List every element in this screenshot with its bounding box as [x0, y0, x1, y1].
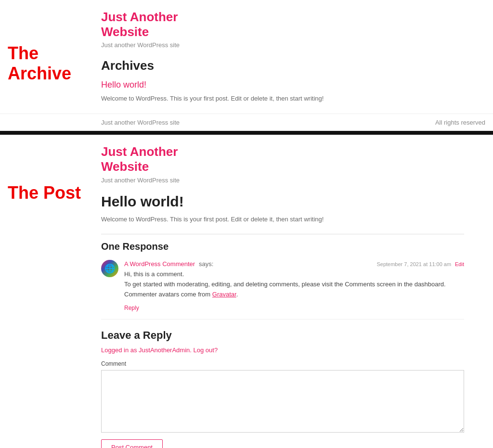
comment-line3: Commenter avatars come from Gravatar.: [124, 290, 464, 300]
page-wrapper: The Archive Just Another Website Just an…: [0, 0, 493, 448]
post-label: The Post: [0, 183, 96, 203]
post-title: Hello world!: [101, 193, 464, 210]
leave-reply-section: Leave a Reply Logged in as JustAnotherAd…: [101, 329, 464, 448]
archive-label: The Archive: [0, 43, 96, 84]
archive-section: The Archive Just Another Website Just an…: [0, 0, 493, 131]
comment-line2: To get started with moderating, editing,…: [124, 280, 464, 290]
reply-heading: Leave a Reply: [101, 329, 464, 342]
post-section: The Post Just Another Website Just anoth…: [0, 135, 493, 448]
archive-post-link[interactable]: Hello world!: [101, 80, 464, 90]
comment-date-edit: September 7, 2021 at 11:00 am Edit: [376, 260, 464, 268]
section-divider: [0, 131, 493, 135]
archive-post-excerpt: Welcome to WordPress. This is your first…: [101, 94, 464, 104]
comment-says: says:: [199, 260, 213, 268]
response-heading: One Response: [101, 234, 464, 252]
comment-meta: A WordPress Commenter says: September 7,…: [124, 260, 464, 268]
post-main: Hello world! Welcome to WordPress. This …: [0, 189, 493, 448]
comment-input[interactable]: [101, 370, 464, 433]
site-tagline-2: Just another WordPress site: [101, 177, 493, 184]
site-tagline-1: Just another WordPress site: [101, 41, 493, 49]
footer-tagline-1: Just another WordPress site: [101, 119, 180, 126]
comment-line1: Hi, this is a comment.: [124, 269, 464, 280]
comment-label: Comment: [101, 360, 464, 367]
logged-in-text: Logged in as JustAnotherAdmin. Log out?: [101, 346, 464, 354]
comment-text: Hi, this is a comment. To get started wi…: [124, 269, 464, 299]
gravatar-link[interactable]: Gravatar: [212, 291, 236, 298]
comment-date: September 7, 2021 at 11:00 am: [376, 261, 451, 267]
avatar: 🌐: [101, 260, 118, 277]
site-title-2: Just Another Website: [101, 144, 493, 174]
site-title-1: Just Another Website: [101, 10, 493, 39]
post-comment-button[interactable]: Post Comment: [101, 439, 163, 448]
comment-edit-link[interactable]: Edit: [455, 261, 464, 267]
comment-body: A WordPress Commenter says: September 7,…: [124, 260, 464, 311]
reply-link[interactable]: Reply: [124, 305, 139, 311]
archive-heading: Archives: [101, 58, 464, 73]
footer-rights-1: All rights reserved: [435, 119, 485, 126]
comment-author-name: A WordPress Commenter: [124, 260, 195, 268]
post-content: Welcome to WordPress. This is your first…: [101, 215, 464, 225]
archive-footer: Just another WordPress site All rights r…: [0, 114, 493, 131]
comment-block: 🌐 A WordPress Commenter says: September …: [101, 260, 464, 319]
comment-author-meta: A WordPress Commenter says:: [124, 260, 213, 268]
site-header-2: Just Another Website Just another WordPr…: [0, 135, 493, 188]
